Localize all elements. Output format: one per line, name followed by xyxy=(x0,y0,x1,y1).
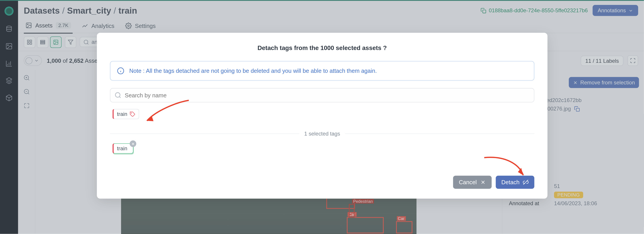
modal-search-input[interactable] xyxy=(110,88,534,102)
svg-point-22 xyxy=(116,93,120,97)
detach-button[interactable]: Detach xyxy=(496,176,534,189)
cancel-button[interactable]: Cancel xyxy=(453,176,492,189)
remove-selected-tag-icon[interactable]: ✕ xyxy=(130,140,136,147)
available-tag-train[interactable]: train xyxy=(112,109,140,119)
svg-point-23 xyxy=(131,113,132,113)
modal-title: Detach tags from the 1000 selected asset… xyxy=(110,44,534,51)
selected-tag-train[interactable]: train ✕ xyxy=(112,143,134,154)
detach-tags-modal: Detach tags from the 1000 selected asset… xyxy=(97,33,548,199)
modal-note: Note : All the tags detached are not goi… xyxy=(110,61,534,81)
selected-tags-divider: 1 selected tags xyxy=(110,131,534,137)
svg-point-21 xyxy=(118,68,124,74)
